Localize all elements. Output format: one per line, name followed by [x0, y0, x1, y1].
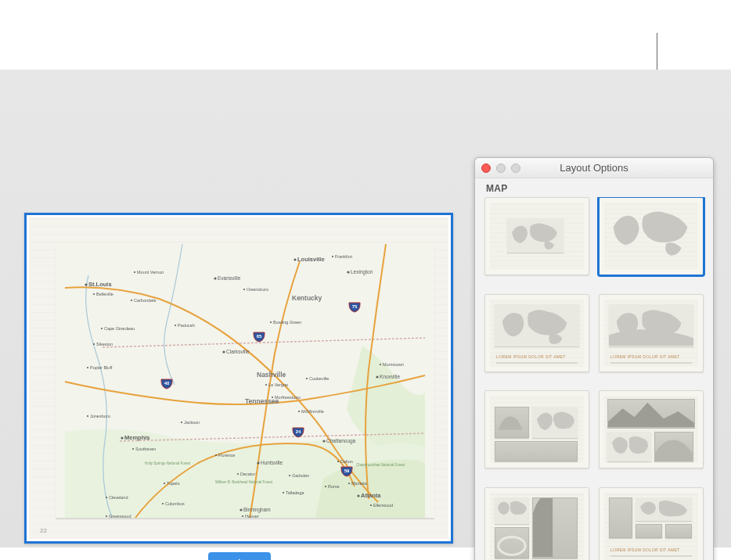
svg-point-25	[380, 364, 381, 365]
svg-point-18	[93, 343, 95, 345]
map-svg: 75 24 59 65 40 St.LouisBellevilleMount V…	[56, 244, 434, 518]
close-icon[interactable]	[481, 163, 491, 173]
map-city-label: Columbus	[165, 501, 185, 506]
world-map-icon	[495, 497, 529, 524]
map-city-label: Belleville	[96, 292, 113, 296]
map-city-label: Memphis	[124, 434, 150, 441]
svg-point-29	[337, 461, 339, 462]
layout-map-landscape-photo[interactable]	[599, 390, 704, 468]
options-button-label: Options	[219, 557, 260, 560]
photo-placeholder-icon	[636, 524, 662, 538]
zoom-icon	[511, 163, 520, 173]
svg-point-19	[87, 367, 88, 368]
layout-caption: LOREM IPSUM DOLOR SIT AMET	[610, 354, 680, 359]
map-city-label: Marietta	[351, 481, 368, 486]
svg-point-44	[106, 515, 107, 517]
svg-point-10	[243, 289, 245, 290]
map-city-label: Knoxville	[380, 374, 400, 379]
svg-text:59: 59	[344, 468, 350, 473]
map-city-label: Paducah	[178, 323, 195, 328]
world-map-icon	[606, 204, 697, 268]
svg-point-30	[121, 436, 123, 439]
svg-point-27	[298, 411, 300, 412]
layout-map-with-caption-left[interactable]: LOREM IPSUM DOLOR SIT AMET	[484, 294, 589, 372]
layout-map-full-bleed[interactable]	[599, 197, 704, 275]
map-city-label: Chattanooga	[326, 438, 356, 444]
svg-point-7	[93, 293, 95, 295]
map-city-label: William B. Bankhead National Forest	[215, 480, 273, 484]
section-label-map: MAP	[475, 178, 713, 197]
svg-point-38	[325, 486, 326, 487]
page-number: 22	[40, 527, 47, 534]
map-city-label: Mount Vernon	[137, 270, 164, 275]
svg-point-48	[499, 537, 525, 555]
map-area[interactable]: 75 24 59 65 40 St.LouisBellevilleMount V…	[56, 244, 434, 518]
map-city-label: Cookeville	[309, 376, 329, 381]
svg-point-11	[270, 321, 272, 323]
svg-text:40: 40	[164, 381, 170, 386]
svg-point-28	[322, 440, 325, 442]
map-city-label: Tupelo	[167, 481, 180, 486]
svg-point-33	[164, 483, 165, 484]
svg-text:65: 65	[257, 334, 262, 339]
world-map-icon	[495, 304, 579, 346]
layout-caption: LOREM IPSUM DOLOR SIT AMET	[610, 547, 680, 552]
svg-point-13	[332, 256, 333, 257]
svg-point-34	[215, 454, 217, 456]
map-city-label: Clarksville	[226, 349, 250, 354]
map-city-label: Dalton	[340, 459, 353, 464]
svg-point-31	[132, 448, 134, 450]
minimize-icon	[496, 163, 506, 173]
svg-point-45	[283, 492, 284, 494]
layout-map-small-centered[interactable]	[484, 197, 589, 275]
photo-placeholder-icon	[495, 407, 529, 438]
map-city-label: Southaven	[135, 447, 156, 451]
photo-placeholder-icon	[607, 399, 695, 429]
svg-point-41	[239, 508, 242, 511]
photo-placeholder-icon	[495, 441, 578, 461]
map-city-label: Talladega	[286, 490, 304, 495]
photo-placeholder-icon	[654, 432, 693, 461]
svg-text:24: 24	[296, 429, 301, 434]
layout-thumbnail-grid: LOREM IPSUM DOLOR SIT AMET LOREM IPSUM D…	[475, 197, 713, 560]
svg-point-26	[181, 422, 182, 423]
page-body: 75 24 59 65 40 St.LouisBellevilleMount V…	[29, 217, 448, 539]
layout-map-two-photo[interactable]	[484, 390, 589, 468]
map-city-label: Sikeston	[96, 342, 113, 346]
world-map-icon	[609, 304, 693, 346]
photo-placeholder-icon	[532, 497, 578, 558]
map-city-label: Rome	[328, 484, 340, 489]
map-city-label: Holly Springs National Forest	[145, 461, 191, 465]
map-city-label: St.Louis	[88, 281, 112, 288]
svg-point-35	[237, 473, 239, 475]
layout-map-photo-collage-caption[interactable]: LOREM IPSUM DOLOR SIT AMET	[599, 487, 704, 561]
map-city-label: Florence	[218, 453, 235, 458]
map-city-label: Atlanta	[361, 492, 381, 499]
svg-point-15	[131, 300, 132, 301]
svg-point-37	[162, 503, 164, 504]
layout-caption: LOREM IPSUM DOLOR SIT AMET	[496, 354, 566, 359]
svg-point-23	[306, 378, 308, 379]
svg-point-39	[357, 494, 359, 497]
map-city-label: Decatur	[240, 472, 255, 476]
map-city-label: Louisville	[297, 256, 325, 263]
map-city-label: McMinnville	[301, 409, 324, 414]
svg-point-32	[87, 415, 88, 417]
options-button[interactable]: Options	[208, 552, 271, 560]
book-page-preview[interactable]: 75 24 59 65 40 St.LouisBellevilleMount V…	[24, 213, 453, 544]
map-city-label: Hoover	[245, 514, 259, 518]
map-city-label: Bowling Green	[273, 320, 301, 325]
svg-point-24	[376, 375, 378, 378]
map-city-label: Birmingham	[243, 507, 271, 513]
map-city-label: Cleveland	[109, 495, 128, 500]
world-map-icon	[507, 218, 564, 253]
layout-map-with-caption-right[interactable]: LOREM IPSUM DOLOR SIT AMET	[599, 294, 704, 372]
layout-map-photo-collage[interactable]	[484, 487, 589, 561]
world-map-icon	[532, 407, 578, 438]
svg-point-8	[134, 271, 135, 273]
svg-point-36	[257, 461, 259, 464]
svg-point-21	[265, 384, 267, 386]
map-city-label: Huntsville	[261, 460, 283, 465]
map-city-label: La Vergne	[268, 382, 288, 387]
map-city-label: Morristown	[383, 362, 404, 367]
